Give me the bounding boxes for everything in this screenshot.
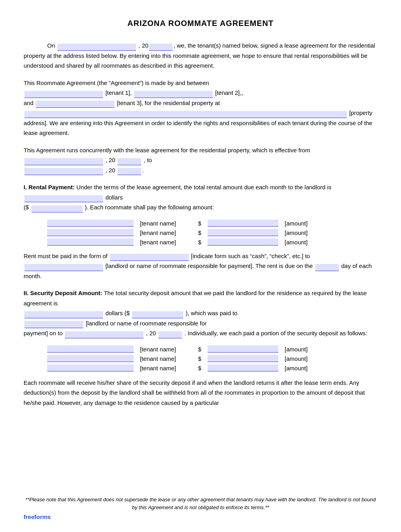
tenant3-amount-label: [amount] — [285, 239, 307, 246]
tenant-row-1: [tenant name] $ [amount] — [47, 220, 377, 227]
end-year-field[interactable] — [118, 168, 141, 175]
rent-form-paragraph: Rent must be paid in the form of [indica… — [24, 251, 377, 281]
rental-payment-paragraph: I. Rental Payment: Under the terms of th… — [24, 182, 377, 212]
intro-on: On — [47, 42, 55, 49]
rental-header: I. Rental Payment: — [24, 184, 75, 190]
tenant-row-3: [tenant name] $ [amount] — [47, 238, 377, 246]
each-roommate-text: Each roommate will receive his/her share… — [24, 379, 365, 406]
intro-date-field[interactable] — [57, 44, 136, 51]
rental-amount-prefix: ($ — [24, 204, 29, 211]
security-tenant2-amount-label: [amount] — [285, 355, 307, 362]
property-address-field[interactable] — [24, 111, 347, 118]
footer: **Please note that this Agreement does n… — [24, 496, 377, 520]
security-deposit-table: [tenant name] $ [amount] [tenant name] $… — [47, 345, 377, 371]
tenant2-label: [tenant 2],, — [215, 89, 243, 96]
tenant1-name-label: [tenant name] — [140, 220, 176, 227]
security-tenant-row-1: [tenant name] $ [amount] — [47, 345, 377, 353]
rental-dollar-amount-field[interactable] — [31, 205, 83, 212]
rent-landlord-field[interactable] — [24, 264, 103, 271]
security-payment-label: payment] on to — [24, 330, 63, 336]
agreement-intro-text: This Roommate Agreement (the “Agreement”… — [24, 79, 209, 86]
and-text: and — [24, 100, 33, 106]
tenant1-field[interactable] — [24, 91, 103, 98]
concurrent-text: This Agreement runs concurrently with th… — [24, 147, 310, 153]
rent-form-indicate: [indicate form such as “cash”, “check”, … — [191, 253, 310, 259]
tenant1-label: [tenant 1], — [105, 89, 132, 96]
intro-year: , 20 — [138, 42, 148, 49]
security-tenant1-amount-label: [amount] — [285, 346, 307, 353]
footer-note: **Please note that this Agreement does n… — [24, 496, 377, 511]
security-landlord-label: [landlord or name of roommate responsibl… — [86, 320, 207, 327]
rental-text: Under the terms of the lease agreement, … — [76, 184, 331, 190]
security-tenant2-name-label: [tenant name] — [140, 355, 176, 362]
security-header: II. Security Deposit Amount: — [24, 290, 102, 296]
concurrent-year1: , 20 — [105, 157, 115, 163]
rent-form-text1: Rent must be paid in the form of — [24, 253, 107, 259]
effective-year-field[interactable] — [118, 158, 141, 165]
security-tenant2-name-field[interactable] — [47, 355, 134, 362]
each-roommate-paragraph: Each roommate will receive his/her share… — [24, 378, 377, 408]
rental-dollars: dollars — [105, 194, 123, 201]
rental-amount-field[interactable] — [24, 195, 103, 202]
security-deposit-paragraph: II. Security Deposit Amount: The total s… — [24, 288, 377, 338]
tenant3-name-label: [tenant name] — [140, 239, 176, 246]
tenant2-name-label: [tenant name] — [140, 229, 176, 236]
tenant3-label: [tenant 3], for the residential property… — [117, 100, 220, 106]
tenant2-name-field[interactable] — [47, 229, 134, 236]
security-dollar-sign-2: $ — [198, 355, 201, 362]
security-tenant1-amount-field[interactable] — [208, 345, 278, 353]
tenant3-field[interactable] — [36, 101, 114, 108]
intro-year-field[interactable] — [149, 44, 173, 51]
security-dollar-sign-3: $ — [198, 365, 201, 371]
tenant-payment-table: [tenant name] $ [amount] [tenant name] $… — [47, 220, 377, 246]
agreement-parties-paragraph: This Roommate Agreement (the “Agreement”… — [24, 78, 377, 138]
security-tenant1-name-label: [tenant name] — [140, 346, 176, 353]
security-year: , 20 — [146, 330, 156, 336]
rent-due-day-field[interactable] — [315, 264, 339, 271]
security-year-field[interactable] — [158, 331, 182, 338]
security-tenant3-amount-label: [amount] — [285, 365, 307, 371]
security-individually: . Individually, we each paid a portion o… — [184, 330, 367, 336]
security-paid-to: ), which was paid to — [186, 310, 237, 316]
rental-amount-suffix: ). Each roommate shall pay the following… — [85, 204, 214, 211]
effective-date-field[interactable] — [24, 158, 103, 165]
security-tenant2-amount-field[interactable] — [208, 355, 278, 362]
security-tenant3-name-field[interactable] — [47, 364, 134, 371]
tenant2-amount-label: [amount] — [285, 229, 307, 236]
freeforms-label: freeforms — [24, 514, 377, 520]
tenant3-name-field[interactable] — [47, 238, 134, 246]
security-dollars-field[interactable] — [24, 311, 103, 318]
concurrent-year2: , 20 — [105, 167, 115, 174]
rent-form-field[interactable] — [110, 254, 189, 261]
end-date-field[interactable] — [24, 168, 103, 175]
tenant3-amount-field[interactable] — [208, 238, 278, 246]
tenant1-name-field[interactable] — [47, 220, 134, 227]
dollar-sign-1: $ — [198, 220, 201, 227]
security-landlord-field[interactable] — [24, 321, 83, 328]
tenant2-amount-field[interactable] — [208, 229, 278, 236]
security-tenant1-name-field[interactable] — [47, 345, 134, 353]
rent-form-landlord: [landlord or name of roommate responsibl… — [105, 262, 313, 269]
security-tenant3-amount-field[interactable] — [208, 364, 278, 371]
concurrent-to: , to — [144, 157, 152, 163]
security-dollars-label: dollars ($ — [105, 310, 130, 316]
dollar-sign-2: $ — [198, 229, 201, 236]
tenant1-amount-label: [amount] — [285, 220, 307, 227]
intro-paragraph: On , 20, we, the tenant(s) named below, … — [24, 41, 377, 71]
tenant1-amount-field[interactable] — [208, 220, 278, 227]
security-dollar-amount-field[interactable] — [132, 311, 183, 318]
security-tenant-row-2: [tenant name] $ [amount] — [47, 355, 377, 362]
security-tenant3-name-label: [tenant name] — [140, 365, 176, 371]
security-payment-date-field[interactable] — [65, 331, 143, 338]
security-tenant-row-3: [tenant name] $ [amount] — [47, 364, 377, 371]
security-dollar-sign-1: $ — [198, 346, 201, 353]
dollar-sign-3: $ — [198, 239, 201, 246]
concurrent-paragraph: This Agreement runs concurrently with th… — [24, 145, 377, 175]
page-title: ARIZONA ROOMMATE AGREEMENT — [24, 19, 377, 28]
tenant-row-2: [tenant name] $ [amount] — [47, 229, 377, 236]
tenant2-field[interactable] — [134, 91, 213, 98]
